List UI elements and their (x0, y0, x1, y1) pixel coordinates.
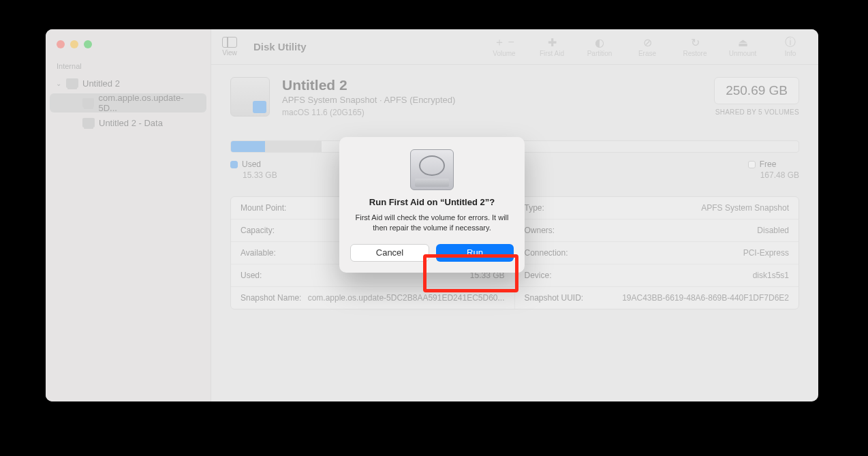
disk-utility-window: Internal ⌄ Untitled 2 com.apple.os.updat… (46, 29, 818, 401)
dialog-title: Run First Aid on “Untitled 2”? (350, 197, 514, 207)
dialog-body: First Aid will check the volume for erro… (350, 213, 514, 233)
run-button[interactable]: Run (436, 244, 514, 262)
hard-drive-icon (410, 149, 454, 190)
first-aid-dialog: Run First Aid on “Untitled 2”? First Aid… (339, 137, 525, 273)
cancel-button[interactable]: Cancel (350, 244, 429, 262)
